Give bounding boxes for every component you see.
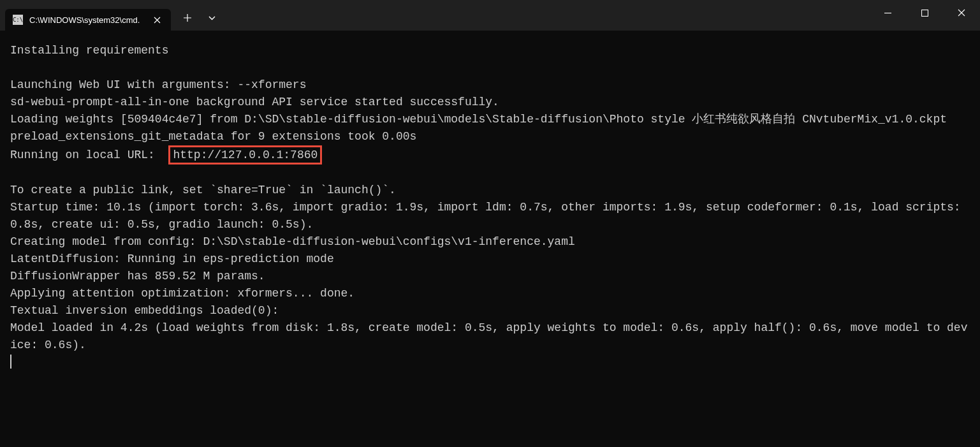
local-url-highlight: http://127.0.0.1:7860 — [168, 145, 322, 165]
terminal-line: preload_extensions_git_metadata for 9 ex… — [10, 130, 416, 143]
terminal-line: Model loaded in 4.2s (load weights from … — [10, 321, 967, 351]
tab-title: C:\WINDOWS\system32\cmd. — [29, 15, 145, 25]
terminal-line: Creating model from config: D:\SD\stable… — [10, 235, 575, 248]
maximize-button[interactable] — [906, 0, 943, 26]
terminal-line: Startup time: 10.1s (import torch: 3.6s,… — [10, 201, 967, 231]
terminal-line: Launching Web UI with arguments: --xform… — [10, 78, 306, 91]
terminal-line: LatentDiffusion: Running in eps-predicti… — [10, 253, 334, 265]
terminal-output[interactable]: Installing requirements Launching Web UI… — [0, 31, 980, 383]
terminal-line: DiffusionWrapper has 859.52 M params. — [10, 270, 265, 282]
titlebar: C:\ C:\WINDOWS\system32\cmd. — [0, 0, 980, 31]
terminal-line: Loading weights [509404c4e7] from D:\SD\… — [10, 113, 947, 126]
tab-dropdown-button[interactable] — [200, 7, 223, 29]
terminal-line: Textual inversion embeddings loaded(0): — [10, 304, 279, 317]
cmd-icon: C:\ — [13, 15, 23, 25]
terminal-cursor — [10, 355, 17, 369]
tab-active[interactable]: C:\ C:\WINDOWS\system32\cmd. — [5, 9, 171, 31]
new-tab-button[interactable] — [176, 7, 199, 29]
terminal-line: sd-webui-prompt-all-in-one background AP… — [10, 96, 499, 108]
tabs-area: C:\ C:\WINDOWS\system32\cmd. — [0, 0, 171, 31]
tab-actions — [171, 0, 223, 31]
tab-close-button[interactable] — [152, 15, 162, 25]
minimize-button[interactable] — [869, 0, 906, 26]
terminal-line: Installing requirements — [10, 44, 168, 57]
close-button[interactable] — [943, 0, 980, 26]
svg-rect-0 — [921, 10, 928, 16]
terminal-line-prefix: Running on local URL: — [10, 149, 168, 161]
terminal-line: To create a public link, set `share=True… — [10, 184, 396, 196]
terminal-line: Applying attention optimization: xformer… — [10, 287, 355, 300]
window-controls — [869, 0, 980, 26]
